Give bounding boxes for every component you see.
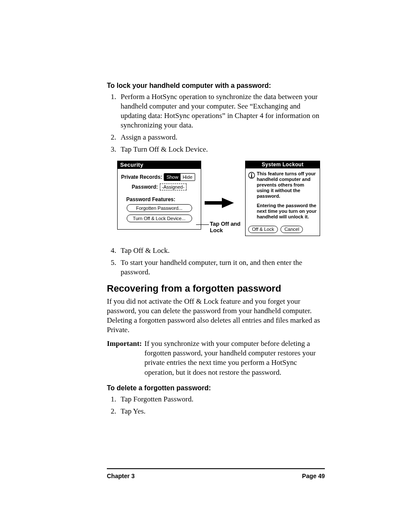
footer-page: Page 49 [302, 473, 325, 479]
svg-rect-3 [251, 174, 252, 177]
important-text: If you synchronize with your computer be… [144, 339, 325, 377]
callout-line [196, 224, 209, 225]
page-footer: Chapter 3 Page 49 [107, 473, 325, 479]
private-records-toggle[interactable]: Show Hide [164, 173, 195, 181]
svg-marker-0 [205, 198, 234, 208]
steps-after-figure: Tap Off & Lock. To start your handheld c… [107, 246, 325, 277]
turn-off-lock-button[interactable]: Turn Off & Lock Device... [127, 215, 192, 222]
step-4: Tap Off & Lock. [118, 246, 325, 255]
recover-paragraph: If you did not activate the Off & Lock f… [107, 297, 325, 335]
heading-lock-procedure: To lock your handheld computer with a pa… [107, 82, 325, 90]
delete-step-1: Tap Forgotten Password. [118, 395, 325, 404]
svg-point-2 [251, 173, 252, 174]
heading-recovering: Recovering from a forgotten password [107, 283, 325, 294]
important-label: Important: [107, 339, 142, 377]
step-2: Assign a password. [118, 133, 325, 142]
step-1: Perform a HotSync operation to synchroni… [118, 92, 325, 130]
password-label: Password: [132, 184, 158, 190]
lockout-title: System Lockout [246, 161, 320, 168]
lockout-panel: System Lockout This feature turns off yo… [245, 161, 320, 236]
arrow-icon [205, 198, 234, 208]
security-panel: Security Private Records: Show Hide Pass… [117, 161, 201, 230]
steps-lock: Perform a HotSync operation to synchroni… [107, 92, 325, 155]
footer-rule [107, 468, 325, 469]
toggle-show[interactable]: Show [164, 174, 181, 180]
footer-chapter: Chapter 3 [107, 473, 135, 479]
off-and-lock-button[interactable]: Off & Lock [248, 226, 278, 233]
steps-delete: Tap Forgotten Password. Tap Yes. [107, 395, 325, 416]
info-icon [248, 172, 255, 179]
toggle-hide[interactable]: Hide [181, 174, 195, 180]
step-3: Tap Turn Off & Lock Device. [118, 145, 325, 154]
svg-rect-4 [251, 177, 253, 177]
heading-delete-procedure: To delete a forgotten password: [107, 384, 325, 392]
password-features-label: Password Features: [126, 196, 197, 202]
important-note: Important: If you synchronize with your … [107, 339, 325, 377]
security-title: Security [118, 161, 201, 169]
password-field[interactable]: -Assigned- [160, 184, 187, 190]
lockout-para1: This feature turns off your handheld com… [257, 171, 317, 199]
step-5: To start your handheld computer, turn it… [118, 258, 325, 277]
delete-step-2: Tap Yes. [118, 407, 325, 416]
forgotten-password-button[interactable]: Forgotten Password... [127, 204, 192, 212]
private-records-label: Private Records: [121, 174, 162, 180]
callout-text: Tap Off and Lock [210, 221, 242, 234]
arrow-column: Tap Off and Lock [205, 161, 242, 238]
figure-row: Security Private Records: Show Hide Pass… [117, 161, 325, 238]
lockout-para2: Entering the password the next time you … [257, 203, 317, 220]
cancel-button[interactable]: Cancel [280, 226, 303, 233]
